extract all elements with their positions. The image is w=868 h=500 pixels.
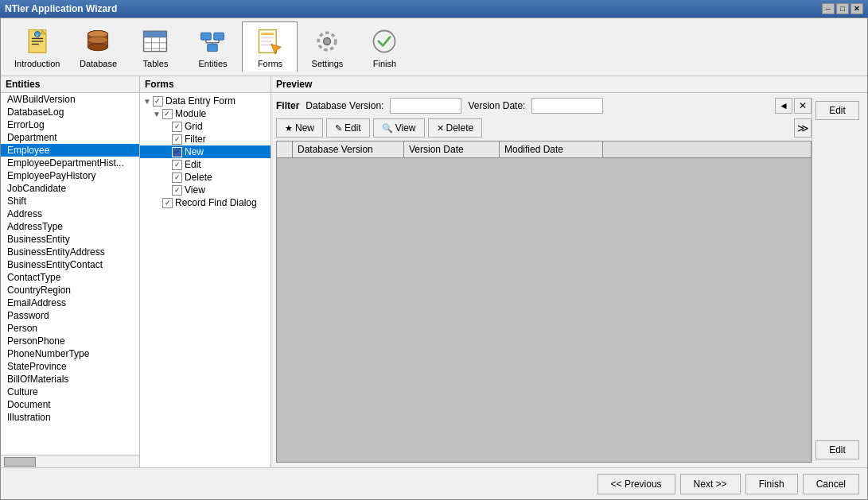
list-item-employee[interactable]: Employee xyxy=(1,144,139,157)
list-item[interactable]: Illustration xyxy=(1,411,139,424)
cancel-button[interactable]: Cancel xyxy=(803,474,859,494)
toolbar-item-entities[interactable]: Entities xyxy=(185,21,240,72)
toolbar-item-database[interactable]: Database xyxy=(70,21,126,72)
list-item[interactable]: CountryRegion xyxy=(1,284,139,297)
tree-item-edit[interactable]: Edit xyxy=(140,158,271,171)
database-icon xyxy=(82,25,114,57)
main-toolbar: i Introduction Database xyxy=(1,18,867,76)
tree-item-filter[interactable]: Filter xyxy=(140,133,271,145)
next-button[interactable]: Next >> xyxy=(680,474,741,494)
list-item[interactable]: BusinessEntityContact xyxy=(1,258,139,271)
finish-button[interactable]: Finish xyxy=(745,474,798,494)
tree-label: View xyxy=(185,184,205,196)
list-item[interactable]: BillOfMaterials xyxy=(1,373,139,386)
checkbox-edit[interactable] xyxy=(172,160,182,170)
main-window: i Introduction Database xyxy=(0,17,868,500)
list-item[interactable]: EmailAddress xyxy=(1,297,139,309)
checkbox-module[interactable] xyxy=(162,109,173,119)
list-item[interactable]: ErrorLog xyxy=(1,118,139,131)
bottom-edit-button[interactable]: Edit xyxy=(815,440,859,459)
nav-back-button[interactable]: ◄ xyxy=(775,98,792,114)
filter-section-label: Filter xyxy=(276,100,299,111)
view-form-button[interactable]: 🔍 View xyxy=(373,118,425,138)
list-item[interactable]: EmployeePayHistory xyxy=(1,169,139,182)
checkbox-new[interactable] xyxy=(172,147,182,157)
tree-item-new[interactable]: New xyxy=(140,145,271,158)
svg-rect-20 xyxy=(152,31,160,37)
list-item[interactable]: DatabaseLog xyxy=(1,106,139,118)
nav-close-button[interactable]: ✕ xyxy=(794,98,812,114)
data-grid: Database Version Version Date Modified D… xyxy=(276,141,812,463)
tree-item-data-entry-form[interactable]: ▼ Data Entry Form xyxy=(140,95,271,107)
list-item[interactable]: Department xyxy=(1,131,139,144)
expand-icon: ▼ xyxy=(153,110,161,118)
delete-form-button[interactable]: ✕ Delete xyxy=(428,118,483,138)
tree-item-record-find-dialog[interactable]: Record Find Dialog xyxy=(140,196,271,209)
svg-point-36 xyxy=(324,38,331,45)
list-item[interactable]: PhoneNumberType xyxy=(1,347,139,360)
checkbox-delete[interactable] xyxy=(172,172,182,183)
checkbox-record-find-dialog[interactable] xyxy=(162,198,173,208)
list-item[interactable]: StateProvince xyxy=(1,360,139,373)
toolbar-item-settings[interactable]: Settings xyxy=(299,21,355,72)
finish-icon xyxy=(368,25,400,57)
minimize-button[interactable]: ─ xyxy=(822,3,835,14)
db-version-input[interactable] xyxy=(390,98,461,114)
list-item[interactable]: JobCandidate xyxy=(1,182,139,195)
toolbar-finish-label: Finish xyxy=(373,59,396,68)
list-item[interactable]: Address xyxy=(1,207,139,220)
list-item[interactable]: Culture xyxy=(1,386,139,398)
list-item[interactable]: AddressType xyxy=(1,220,139,233)
list-item[interactable]: EmployeeDepartmentHist... xyxy=(1,157,139,169)
toolbar-forms-label: Forms xyxy=(258,59,282,68)
delete-form-label: Delete xyxy=(446,122,474,134)
title-bar-text: NTier Application Wizard xyxy=(5,3,822,14)
list-item[interactable]: BusinessEntity xyxy=(1,233,139,246)
previous-button[interactable]: << Previous xyxy=(597,474,675,494)
list-item-contact-type[interactable]: ContactType xyxy=(1,271,139,284)
bottom-bar: << Previous Next >> Finish Cancel xyxy=(1,467,867,499)
entities-scrollbar[interactable] xyxy=(1,455,139,467)
close-button[interactable]: ✕ xyxy=(850,3,863,14)
forms-tree: ▼ Data Entry Form ▼ Module Grid xyxy=(140,93,271,467)
toolbar-introduction-label: Introduction xyxy=(14,59,60,68)
version-date-input[interactable] xyxy=(531,98,603,114)
form-toolbar: ★ New ✎ Edit 🔍 View ✕ D xyxy=(276,118,812,138)
toolbar-item-finish[interactable]: Finish xyxy=(356,21,412,72)
toolbar-item-introduction[interactable]: i Introduction xyxy=(6,21,68,72)
tree-label-record-find-dialog: Record Find Dialog xyxy=(175,197,257,208)
checkbox-view[interactable] xyxy=(172,185,182,196)
toolbar-item-tables[interactable]: Tables xyxy=(127,21,183,72)
edit-form-label: Edit xyxy=(344,122,361,134)
svg-rect-31 xyxy=(262,33,274,35)
new-form-icon: ★ xyxy=(285,123,293,134)
tree-item-view[interactable]: View xyxy=(140,184,271,196)
checkbox-grid[interactable] xyxy=(172,122,182,132)
checkbox-filter[interactable] xyxy=(172,134,182,145)
expand-button[interactable]: ≫ xyxy=(794,118,812,138)
top-edit-button[interactable]: Edit xyxy=(815,101,859,120)
restore-button[interactable]: □ xyxy=(836,3,849,14)
list-item[interactable]: PersonPhone xyxy=(1,335,139,347)
svg-rect-22 xyxy=(201,33,212,40)
entities-icon xyxy=(197,25,228,57)
toolbar-item-forms[interactable]: Forms xyxy=(242,21,298,72)
tree-item-grid[interactable]: Grid xyxy=(140,120,271,133)
entities-list: AWBuildVersion DatabaseLog ErrorLog Depa… xyxy=(1,93,139,455)
list-item[interactable]: BusinessEntityAddress xyxy=(1,246,139,258)
list-item[interactable]: AWBuildVersion xyxy=(1,93,139,106)
tree-item-delete[interactable]: Delete xyxy=(140,171,271,184)
grid-col-header-version-date: Version Date xyxy=(404,141,500,157)
tree-item-module[interactable]: ▼ Module xyxy=(140,107,271,120)
new-form-button[interactable]: ★ New xyxy=(276,118,323,138)
list-item[interactable]: Shift xyxy=(1,195,139,207)
list-item[interactable]: Password xyxy=(1,309,139,322)
grid-col-header-db-version: Database Version xyxy=(293,141,404,157)
forms-panel-header: Forms xyxy=(140,76,271,93)
checkbox-data-entry-form[interactable] xyxy=(153,96,163,107)
tree-label: Grid xyxy=(185,121,203,132)
grid-col-header-modified-date: Modified Date xyxy=(500,141,603,157)
list-item[interactable]: Person xyxy=(1,322,139,335)
edit-form-button[interactable]: ✎ Edit xyxy=(326,118,370,138)
list-item[interactable]: Document xyxy=(1,398,139,411)
